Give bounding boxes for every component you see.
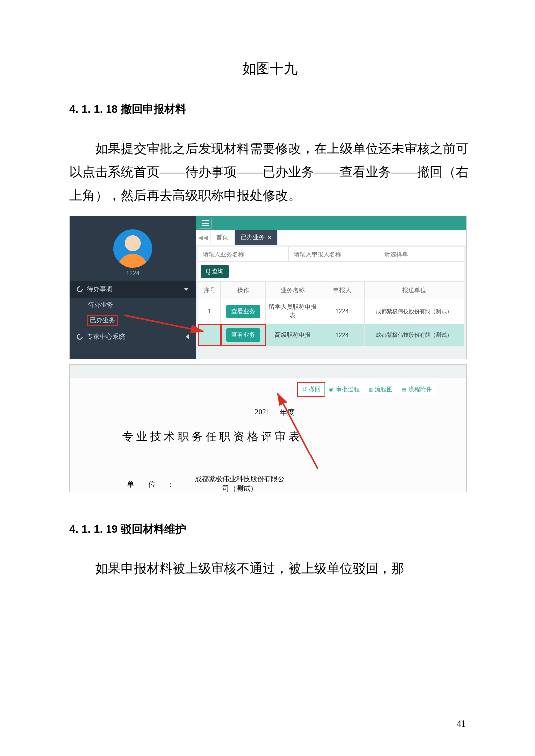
page-number: 41 bbox=[457, 719, 466, 729]
cell-person: 1224 bbox=[320, 299, 365, 324]
close-icon[interactable]: ✕ bbox=[268, 235, 271, 240]
results-table: 序号 操作 业务名称 申报人 报送单位 1 查看业务 留学人员职称申报表 122… bbox=[198, 282, 464, 346]
nav-pending[interactable]: 待办事项 bbox=[70, 281, 196, 298]
clock-icon bbox=[76, 285, 84, 294]
nav-expert[interactable]: 专家中心系统 bbox=[70, 328, 196, 345]
detail-toolbar: ↺撤回 ◉审批过程 ▥流程图 ▤流程附件 bbox=[298, 383, 436, 396]
detail-topbar bbox=[70, 365, 466, 378]
recall-button[interactable]: ↺撤回 bbox=[298, 383, 324, 396]
nav-pending-label: 待办事项 bbox=[87, 285, 112, 294]
paragraph-2-text: 如果申报材料被上级审核不通过，被上级单位驳回，那 bbox=[95, 561, 404, 576]
profile-area: 1224 bbox=[70, 216, 196, 281]
unit-value: 成都紫极伟业科技股份有限公司（测试） bbox=[191, 475, 288, 492]
th-idx: 序号 bbox=[198, 282, 221, 299]
paragraph-1: 如果提交审批之后发现材料需要修改，在上级单位还未审核之前可以点击系统首页——待办… bbox=[69, 138, 471, 207]
chart-icon: ▥ bbox=[368, 386, 373, 393]
year-row: 年度 bbox=[247, 407, 295, 417]
cell-person: 1224 bbox=[320, 324, 365, 346]
chevron-left-icon bbox=[186, 334, 189, 339]
th-unit: 报送单位 bbox=[365, 282, 464, 299]
cell-name: 留学人员职称申报表 bbox=[266, 299, 320, 324]
flowchart-button[interactable]: ▥流程图 bbox=[364, 383, 397, 396]
attach-label: 流程附件 bbox=[408, 385, 432, 394]
cell-name: 高级职称申报 bbox=[266, 324, 320, 346]
chevron-down-icon bbox=[184, 288, 189, 291]
nav-expert-label: 专家中心系统 bbox=[87, 332, 125, 341]
section-heading-18: 4. 1. 1. 18 撤回申报材料 bbox=[69, 102, 471, 117]
paragraph-2: 如果申报材料被上级审核不通过，被上级单位驳回，那 bbox=[69, 557, 471, 581]
query-row: Q 查询 bbox=[198, 262, 464, 282]
app-screenshot-1: 1224 待办事项 待办业务 已办业务 专家中心系统 ◀◀ 首页 已办业务✕ bbox=[69, 216, 467, 359]
section-heading-19: 4. 1. 1. 19 驳回材料维护 bbox=[69, 522, 471, 537]
sidebar: 1224 待办事项 待办业务 已办业务 专家中心系统 bbox=[70, 216, 196, 359]
flowchart-label: 流程图 bbox=[375, 385, 393, 394]
filter-unit-input[interactable] bbox=[379, 247, 464, 261]
hamburger-icon[interactable] bbox=[199, 218, 212, 229]
main-area: ◀◀ 首页 已办业务✕ Q 查询 序号 操作 业务名称 申报人 报送单位 bbox=[196, 216, 466, 359]
figure-caption: 如图十九 bbox=[69, 59, 471, 78]
view-button[interactable]: 查看业务 bbox=[226, 328, 260, 342]
cell-unit: 成都紫极伟技股份有限（测试） bbox=[365, 299, 464, 324]
year-input[interactable] bbox=[247, 407, 277, 417]
unit-label: 单位: bbox=[127, 480, 185, 489]
eye-icon: ◉ bbox=[329, 386, 334, 393]
tab-done-label: 已办业务 bbox=[241, 233, 265, 242]
tab-home-label: 首页 bbox=[216, 233, 228, 242]
username: 1224 bbox=[126, 270, 140, 277]
file-icon: ▤ bbox=[401, 386, 406, 393]
th-person: 申报人 bbox=[320, 282, 365, 299]
filter-row bbox=[198, 247, 464, 262]
query-button[interactable]: Q 查询 bbox=[201, 265, 229, 278]
year-suffix: 年度 bbox=[280, 408, 295, 417]
tab-done[interactable]: 已办业务✕ bbox=[235, 230, 278, 245]
table-row[interactable]: 查看业务 高级职称申报 1224 成都紫极伟技股份有限（测试） bbox=[198, 324, 464, 346]
cell-idx: 1 bbox=[198, 299, 221, 324]
view-button[interactable]: 查看业务 bbox=[226, 305, 260, 318]
nav-done-sub[interactable]: 已办业务 bbox=[70, 312, 196, 328]
filter-biz-input[interactable] bbox=[198, 247, 289, 261]
th-name: 业务名称 bbox=[266, 282, 320, 299]
paragraph-1-text: 如果提交审批之后发现材料需要修改，在上级单位还未审核之前可以点击系统首页——待办… bbox=[69, 142, 469, 202]
nav-pending-sub[interactable]: 待办业务 bbox=[70, 298, 196, 312]
unit-row: 单位: 成都紫极伟业科技股份有限公司（测试） bbox=[127, 475, 288, 492]
half-moon-icon bbox=[76, 333, 84, 341]
cell-idx bbox=[198, 324, 221, 346]
th-op: 操作 bbox=[221, 282, 266, 299]
search-icon: Q bbox=[206, 268, 210, 275]
tab-home[interactable]: 首页 bbox=[211, 230, 235, 245]
approval-label: 审批过程 bbox=[336, 385, 360, 394]
topbar bbox=[196, 216, 466, 230]
app-screenshot-2: ↺撤回 ◉审批过程 ▥流程图 ▤流程附件 年度 专业技术职务任职资格评审表 单位… bbox=[69, 364, 467, 492]
approval-button[interactable]: ◉审批过程 bbox=[324, 383, 364, 396]
table-row: 1 查看业务 留学人员职称申报表 1224 成都紫极伟技股份有限（测试） bbox=[198, 299, 464, 324]
attach-button[interactable]: ▤流程附件 bbox=[397, 383, 436, 396]
form-title: 专业技术职务任职资格评审表 bbox=[69, 429, 411, 444]
tabs-bar: ◀◀ 首页 已办业务✕ bbox=[196, 230, 466, 245]
query-button-label: 查询 bbox=[212, 268, 224, 275]
tabs-back-icon[interactable]: ◀◀ bbox=[196, 230, 211, 245]
filter-person-input[interactable] bbox=[289, 247, 380, 261]
recall-label: 撤回 bbox=[309, 385, 321, 394]
cell-unit: 成都紫极伟技股份有限（测试） bbox=[365, 324, 464, 346]
nav-done-sub-label: 已办业务 bbox=[88, 315, 117, 325]
avatar bbox=[113, 229, 152, 268]
recall-icon: ↺ bbox=[302, 386, 307, 393]
